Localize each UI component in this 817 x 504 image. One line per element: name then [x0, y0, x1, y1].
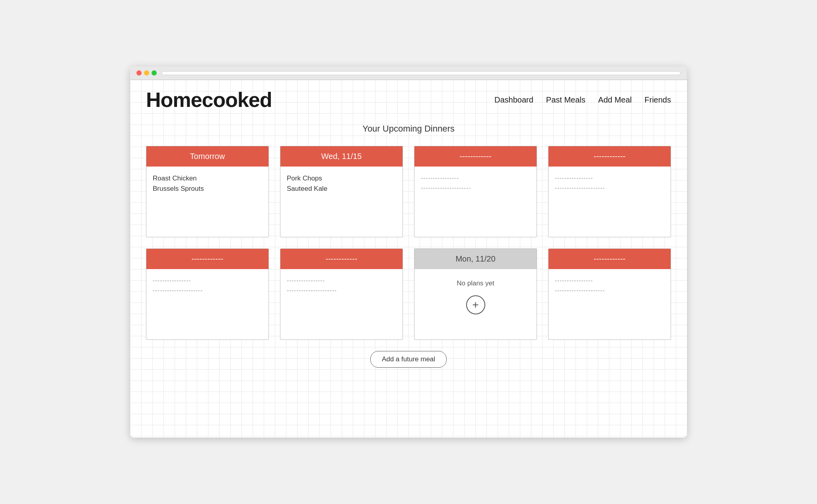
card-placeholder-5-body: ---------------- ---------------------	[146, 269, 268, 305]
footer: Add a future meal	[146, 351, 671, 368]
placeholder-line-4: ---------------------	[555, 184, 664, 191]
nav-add-meal[interactable]: Add Meal	[598, 95, 632, 105]
placeholder-line-7: ----------------	[287, 277, 396, 284]
card-wed-1115-header: Wed, 11/15	[280, 146, 403, 167]
card-placeholder-6-header: ------------	[280, 249, 403, 269]
placeholder-line-5: ----------------	[153, 277, 262, 284]
placeholder-line-3: ----------------	[555, 174, 664, 181]
add-meal-circle-button[interactable]: +	[466, 295, 485, 314]
placeholder-line-9: ----------------	[555, 277, 664, 284]
placeholder-line-10: ---------------------	[555, 287, 664, 294]
card-tomorrow: Tomorrow Roast Chicken Brussels Sprouts	[146, 146, 269, 237]
maximize-dot[interactable]	[152, 70, 157, 76]
nav-dashboard[interactable]: Dashboard	[494, 95, 533, 105]
placeholder-line-8: ---------------------	[287, 287, 396, 294]
card-tomorrow-body: Roast Chicken Brussels Sprouts	[146, 167, 268, 203]
card-placeholder-6-body: ---------------- ---------------------	[280, 269, 403, 305]
card-mon-1120-body: No plans yet +	[414, 269, 537, 321]
card-tomorrow-header: Tomorrow	[146, 146, 268, 167]
meal-grid-row-2: ------------ ---------------- ----------…	[146, 248, 671, 340]
header: Homecooked Dashboard Past Meals Add Meal…	[146, 80, 671, 116]
page-content: Homecooked Dashboard Past Meals Add Meal…	[130, 80, 687, 438]
card-placeholder-5-header: ------------	[146, 249, 268, 269]
card-placeholder-5: ------------ ---------------- ----------…	[146, 248, 269, 340]
card-placeholder-7: ------------ ---------------- ----------…	[548, 248, 671, 340]
card-mon-1120: Mon, 11/20 No plans yet +	[414, 248, 537, 340]
nav-friends[interactable]: Friends	[644, 95, 671, 105]
minimize-dot[interactable]	[144, 70, 149, 76]
meal-item-roast-chicken: Roast Chicken	[153, 174, 262, 182]
nav-past-meals[interactable]: Past Meals	[546, 95, 586, 105]
close-dot[interactable]	[136, 70, 142, 76]
placeholder-line-6: ---------------------	[153, 287, 262, 294]
card-placeholder-6: ------------ ---------------- ----------…	[280, 248, 403, 340]
card-wed-1115-body: Pork Chops Sauteed Kale	[280, 167, 403, 203]
card-mon-1120-header: Mon, 11/20	[414, 249, 537, 269]
add-future-meal-button[interactable]: Add a future meal	[370, 351, 447, 368]
card-placeholder-4-body: ---------------- ---------------------	[549, 167, 671, 202]
meal-item-brussels-sprouts: Brussels Sprouts	[153, 185, 262, 193]
card-placeholder-7-header: ------------	[549, 249, 671, 269]
url-bar[interactable]	[161, 71, 681, 75]
card-wed-1115: Wed, 11/15 Pork Chops Sauteed Kale	[280, 146, 403, 237]
empty-body-inner: No plans yet +	[421, 275, 530, 314]
card-placeholder-3: ------------ ---------------- ----------…	[414, 146, 537, 237]
main-nav: Dashboard Past Meals Add Meal Friends	[494, 95, 671, 105]
meal-item-pork-chops: Pork Chops	[287, 174, 396, 182]
placeholder-line-1: ----------------	[421, 174, 530, 181]
card-placeholder-4: ------------ ---------------- ----------…	[548, 146, 671, 237]
no-plans-text: No plans yet	[457, 279, 494, 287]
browser-dots	[136, 70, 157, 76]
meal-item-sauteed-kale: Sauteed Kale	[287, 185, 396, 193]
page-heading: Your Upcoming Dinners	[146, 124, 671, 134]
meal-grid-row-1: Tomorrow Roast Chicken Brussels Sprouts …	[146, 146, 671, 237]
app-title: Homecooked	[146, 88, 272, 112]
placeholder-line-2: ---------------------	[421, 184, 530, 191]
card-placeholder-3-header: ------------	[414, 146, 537, 167]
card-placeholder-7-body: ---------------- ---------------------	[549, 269, 671, 305]
browser-window: Homecooked Dashboard Past Meals Add Meal…	[130, 66, 687, 438]
card-placeholder-3-body: ---------------- ---------------------	[414, 167, 537, 202]
card-placeholder-4-header: ------------	[549, 146, 671, 167]
browser-chrome	[130, 66, 687, 80]
